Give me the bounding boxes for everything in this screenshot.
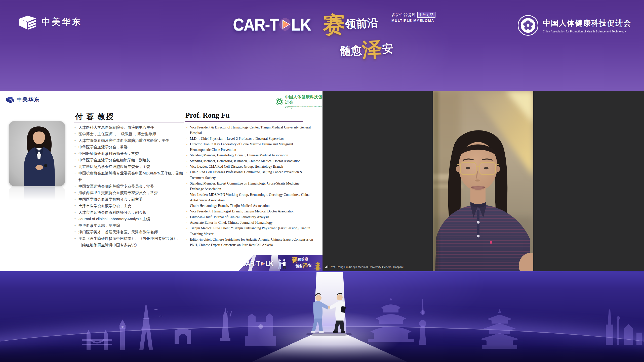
bio-item-en: Vice Leader: MDS/MPN Working Group, Hema… — [186, 192, 313, 203]
speaker-name-en: Prof. Rong Fu — [185, 111, 230, 119]
slide-huadong-logo: 中美华东 — [6, 96, 40, 103]
event-footer-art — [0, 272, 644, 362]
tagline-line-2: 髓愈泽安 — [339, 35, 394, 65]
tagline-char-big: 泽 — [361, 37, 383, 62]
slide-association-logo: 中国人体健康科技促进会 China Association for Promot… — [276, 95, 323, 109]
participant-name-text: Prof. Rong Fu-Tianjin Medical University… — [330, 265, 404, 268]
bio-item-en: Standing Member, Hematologist Branch, Ch… — [186, 158, 313, 164]
tagline-post: 安 — [382, 42, 393, 55]
bio-item-en: Chair: Hematology Branch, Tianjin Medica… — [186, 203, 313, 209]
huadong-logo: 中美华东 — [18, 14, 82, 30]
event-header: 中美华东 CAR-T LK 赛领前沿 髓愈泽安 多发性骨髓瘤 中外对话 — [0, 0, 644, 91]
bio-item-en: Vice Leader, CMA Red Cell Diseases Group… — [186, 164, 313, 169]
bio-item-cn: 中国医学协会血液学机构分会，副主委 — [74, 196, 185, 203]
huadong-cube-icon — [6, 96, 15, 103]
bio-item-en: M.D.，Chief Physician，Level-2 Professor，D… — [186, 136, 313, 142]
bio-item-en: Chair, Red Cell Diseases Professional Co… — [186, 169, 313, 181]
association-name-cn: 中国人体健康科技促进会 — [543, 18, 631, 28]
audio-level-icon — [325, 265, 328, 268]
bio-item-cn: 中国女医师协会临床肿瘤学专业委员会，常委 — [74, 183, 185, 190]
handshake-figures — [297, 291, 362, 337]
bio-item-cn: 海峡两岸卫生交流协会血液病专家委员会，常委 — [74, 190, 185, 196]
bio-item-en: Director, Tianjin Key Laboratory of Bone… — [186, 142, 313, 153]
banner-pagoda-icon — [314, 262, 321, 270]
play-icon — [278, 17, 291, 31]
title-underline — [74, 122, 184, 122]
huadong-cube-icon — [18, 14, 38, 30]
bio-item-en: Associate Editor-in-Chief, Chinese Journ… — [186, 220, 313, 225]
bio-item-cn: 中国抗癌协会血液肿瘤专业委员会中国MDS/MPN工作组，副组长 — [74, 170, 185, 183]
tagline-char-big: 赛 — [322, 11, 346, 38]
bio-item-cn: Journal of clinical Laboratory Analysis … — [74, 216, 185, 222]
bio-item-cn: 北京癌症防治学会红细胞疾病专委会，主委 — [74, 163, 185, 170]
speaker-photo-image — [9, 121, 65, 186]
title-underline — [185, 121, 303, 122]
slide-association-name-cn: 中国人体健康科技促进会 — [285, 95, 323, 105]
banner-tagline: 赛领前沿 髓愈泽安 — [292, 256, 312, 269]
slide-huadong-logo-text: 中美华东 — [17, 96, 40, 103]
bio-item-cn: 天津市医师协会血液科医师分会，副会长 — [74, 209, 185, 216]
myeloma-badge: 多发性骨髓瘤 中外对话 MULTIPLE MYELOMA — [391, 12, 435, 23]
tagline-rest: 领前沿 — [345, 16, 378, 31]
bio-item-cn: 医学博士，主任医师 ，二级教授 ，博士生导师 — [74, 131, 185, 137]
speaker-video-image — [433, 91, 533, 271]
badge-dialogue-tag: 中外对话 — [417, 12, 435, 18]
speaker-photo-reflection — [9, 187, 65, 201]
association-logo: 中国人体健康科技促进会 China Association for Promot… — [517, 15, 631, 36]
bio-item-en: Vice President: Hematologist Branch, Tia… — [186, 209, 313, 214]
car-talk-prefix: CAR-T — [233, 15, 278, 34]
association-emblem-icon — [517, 15, 539, 36]
speaker-photo — [9, 121, 65, 186]
bio-list-en: Vice President & Director of Hematology … — [186, 125, 313, 248]
badge-cn: 多发性骨髓瘤 — [391, 13, 416, 17]
banner-handshake-figures — [276, 258, 288, 269]
banner-car-talk-logo: CAR-T LK — [242, 260, 273, 267]
bio-item-cn: 天津医科大学总医院副院长、血液病中心主任 — [74, 124, 185, 131]
car-talk-suffix: LK — [291, 15, 311, 34]
car-talk-prefix: CAR-T — [242, 260, 260, 267]
slide-association-name-en: China Association for Promotion of Healt… — [285, 106, 323, 109]
association-name-en: China Association for Promotion of Healt… — [543, 30, 631, 33]
car-talk-suffix: LK — [265, 260, 273, 267]
speaker-video-feed — [433, 91, 533, 271]
event-tagline: 赛领前沿 髓愈泽安 — [322, 7, 394, 66]
tagline-line-1: 赛领前沿 — [322, 7, 392, 40]
bio-item-en: Tianjin Medical Elite Talent, “Tianjin O… — [186, 225, 313, 237]
bio-item-cn: 中华医学会血液学分会，常委 — [74, 144, 185, 150]
bio-item-cn: 天津市骨髓衰竭及癌性造血克隆防治重点实验室，主任 — [74, 137, 185, 144]
participant-name-label: Prof. Rong Fu-Tianjin Medical University… — [325, 265, 404, 268]
bio-list-cn: 天津医科大学总医院副院长、血液病中心主任医学博士，主任医师 ，二级教授 ，博士生… — [74, 124, 185, 248]
huadong-logo-text: 中美华东 — [42, 16, 82, 28]
bio-item-en: Standing Member, Expert Committee on Hem… — [186, 181, 313, 192]
footer-vignette — [0, 344, 644, 362]
bio-item-cn: 中华医学会血液学分会红细胞学组，副组长 — [74, 157, 185, 163]
bio-item-cn: 中国医师协会血液科医师分会，常委 — [74, 150, 185, 157]
bio-item-cn: 津门医学英才、首届天津名医、天津市教学名师 — [74, 229, 185, 235]
badge-en: MULTIPLE MYELOMA — [391, 19, 435, 23]
speaker-bio-slide: 中美华东 中国人体健康科技促进会 China Association for P… — [0, 91, 323, 271]
car-talk-logo: CAR-T LK — [233, 15, 311, 34]
play-icon — [260, 261, 265, 266]
webinar-frame: 中美华东 CAR-T LK 赛领前沿 髓愈泽安 多发性骨髓瘤 中外对话 — [0, 0, 644, 362]
bio-item-cn: 中华血液学杂志，副主编 — [74, 222, 185, 229]
bio-item-en: Editor-in-chief, Chinese Guidelines for … — [186, 237, 313, 248]
bio-item-cn: 天津市医学会血液学分会，主委 — [74, 203, 185, 209]
bio-item-en: Vice President & Director of Hematology … — [186, 125, 313, 136]
bio-item-en: Standing Member, Hematology Branch, Chin… — [186, 153, 313, 158]
speaker-name-cn: 付 蓉 教授 — [75, 112, 114, 122]
tagline-pre: 髓愈 — [340, 43, 363, 58]
slide-footer-banner: CAR-T LK 赛 — [238, 255, 323, 271]
bio-item-cn: 主笔《再生障碍性贫血中国指南》、《PNH中国专家共识》、《纯红细胞再生障碍中国专… — [74, 235, 185, 248]
association-emblem-icon — [276, 97, 283, 106]
bio-item-en: Editor-in-Chief: Journal of Clinical Lab… — [186, 214, 313, 220]
